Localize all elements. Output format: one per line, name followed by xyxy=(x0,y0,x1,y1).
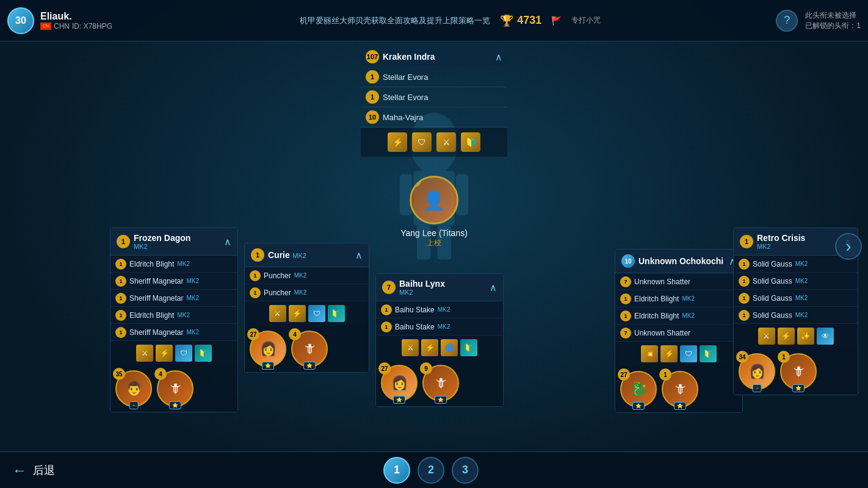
baihu-icon-1: ⚔ xyxy=(402,339,419,356)
page-1-btn[interactable]: 1 xyxy=(383,457,410,484)
retro-pilot-1-level: 34 xyxy=(736,351,748,363)
baihu-pilot-1: 27 👩 ⭐ xyxy=(381,365,418,401)
frozen-weapon-4: 1 Eldritch Blight MK2 xyxy=(110,307,237,324)
retro-icon-row: ⚔ ⚡ ✨ 👁 xyxy=(734,324,858,348)
retro-weapon-4-mk: MK2 xyxy=(795,312,808,318)
unknown-weapon-1-name: Unknown Shatter xyxy=(634,278,690,286)
curie-pilot-2-level: 4 xyxy=(289,328,301,340)
rank-star-curie-2: ⭐ xyxy=(306,363,313,368)
retro-weapon-3-level: 1 xyxy=(739,293,750,304)
baihu-icon-row: ⚔ ⚡ 🌀 🔰 xyxy=(376,336,503,360)
trophy-section: 🏆 4731 xyxy=(500,14,541,27)
baihu-name: Baihu Lynx xyxy=(399,279,445,289)
back-arrow-icon: ← xyxy=(12,462,27,479)
baihu-pilot-2: 9 🗡 ⭐ xyxy=(422,365,459,401)
unknown-weapon-2-name: Eldritch Blight xyxy=(634,295,679,303)
unknown-icon-4: 🔰 xyxy=(700,345,717,362)
mech-item-3: 10 Maha-Vajra xyxy=(361,107,507,127)
squad-icon-1: ⚡ xyxy=(388,132,407,152)
baihu-name-section: 7 Baihu Lynx MK2 xyxy=(382,279,445,296)
baihu-header: 7 Baihu Lynx MK2 ∧ xyxy=(376,274,503,301)
frozen-weapon-2-mk: MK2 xyxy=(187,278,200,284)
subtitle-left: 专打小咒 xyxy=(571,15,601,26)
top-squad-collapse[interactable]: ∧ xyxy=(495,51,502,63)
next-page-btn[interactable]: › xyxy=(835,233,862,260)
mech-level-2: 1 xyxy=(366,90,379,104)
baihu-pilot-1-rank: ⭐ xyxy=(393,396,405,404)
frozen-icon-2: ⚡ xyxy=(156,345,173,362)
baihu-pilots: 27 👩 ⭐ 9 🗡 ⭐ xyxy=(376,360,503,406)
retro-weapon-4-level: 1 xyxy=(739,310,750,321)
unknown-weapon-3-mk: MK2 xyxy=(682,312,695,319)
retro-name-section: 1 Retro Crisis MK2 xyxy=(740,233,805,250)
frozen-weapon-5-name: Sheriff Magnetar xyxy=(129,328,184,337)
retro-pilot-1-rank: + xyxy=(753,384,762,392)
svg-rect-1 xyxy=(413,171,454,226)
frozen-pilot-1: 35 👨 + xyxy=(115,370,152,407)
trophy-icon: 🏆 xyxy=(500,14,513,27)
frozen-weapon-4-name: Eldritch Blight xyxy=(129,311,174,320)
frozen-weapon-3-name: Sheriff Magnetar xyxy=(129,294,184,303)
frozen-pilot-1-rank: + xyxy=(129,401,139,409)
baihu-weapon-1: 1 Baihu Stake MK2 xyxy=(376,301,503,318)
unknown-weapon-2-level: 1 xyxy=(620,293,631,304)
frozen-dagon-panel: 1 Frozen Dagon MK2 ∧ 1 Eldritch Blight M… xyxy=(110,228,238,412)
squad-icon-4: 🔰 xyxy=(461,132,480,152)
unknown-weapon-4: 7 Unknown Shatter xyxy=(615,325,742,342)
frozen-dagon-level: 1 xyxy=(117,235,130,248)
mech-name-3: Maha-Vajra xyxy=(383,113,423,122)
frozen-weapon-2-level: 1 xyxy=(115,276,126,287)
baihu-weapon-1-name: Baihu Stake xyxy=(395,306,435,314)
frozen-dagon-name-info: Frozen Dagon MK2 xyxy=(134,233,190,250)
curie-icon-3: 🛡 xyxy=(308,305,325,322)
curie-weapon-2: 1 Puncher MK2 xyxy=(245,284,369,301)
baihu-collapse[interactable]: ∧ xyxy=(490,282,497,293)
curie-name-info: Curie MK2 xyxy=(268,249,306,260)
frozen-weapon-4-mk: MK2 xyxy=(177,312,190,318)
unknown-pilots: 27 🐉 ⭐ 1 🗡 ⭐ xyxy=(615,366,742,412)
retro-icon-3: ✨ xyxy=(797,328,814,345)
retro-weapon-2: 1 Solid Gauss MK2 xyxy=(734,273,858,290)
back-button[interactable]: ← 后退 xyxy=(12,462,55,479)
unknown-weapon-3: 1 Eldritch Blight MK2 xyxy=(615,307,742,325)
curie-type-mk: MK2 xyxy=(292,252,306,259)
page-3-btn[interactable]: 3 xyxy=(452,457,479,484)
help-icon[interactable]: ? xyxy=(776,10,798,32)
player-name: Eliauk. xyxy=(40,11,112,22)
curie-pilot-1: 27 👩 ⭐ xyxy=(250,331,286,367)
retro-weapon-4-name: Solid Gauss xyxy=(753,311,792,320)
top-squad-icons: ⚡ 🛡 ⚔ 🔰 xyxy=(361,127,507,157)
top-squad-name-section: 107 Kraken Indra xyxy=(366,50,435,63)
unknown-name: Unknown Ochokochi xyxy=(638,256,723,266)
retro-icon-4: 👁 xyxy=(817,328,834,345)
baihu-weapon-2-name: Baihu Stake xyxy=(395,323,435,331)
frozen-dagon-collapse[interactable]: ∧ xyxy=(224,236,231,248)
retro-pilot-2-level: 1 xyxy=(778,351,790,363)
unknown-name-section: 10 Unknown Ochokochi xyxy=(621,254,723,268)
retro-icon-1: ⚔ xyxy=(758,328,775,345)
baihu-icon-3: 🌀 xyxy=(441,339,458,356)
next-arrow[interactable]: › xyxy=(835,233,862,260)
baihu-pilot-2-level: 9 xyxy=(420,362,432,375)
baihu-panel: 7 Baihu Lynx MK2 ∧ 1 Baihu Stake MK2 1 B… xyxy=(375,273,504,407)
page-2-btn[interactable]: 2 xyxy=(418,457,444,484)
frozen-icon-row: ⚔ ⚡ 🛡 🔰 xyxy=(110,341,237,365)
baihu-weapon-2-mk: MK2 xyxy=(438,323,450,330)
retro-weapon-2-mk: MK2 xyxy=(795,278,808,284)
curie-level: 1 xyxy=(251,248,264,262)
curie-weapon-2-mk: MK2 xyxy=(294,289,307,296)
unknown-weapon-1: 7 Unknown Shatter xyxy=(615,273,742,290)
mech-name-2: Stellar Evora xyxy=(383,93,428,102)
unknown-icon-1: 💥 xyxy=(641,345,658,362)
curie-weapon-2-name: Puncher xyxy=(264,289,291,297)
retro-pilots: 34 👩 + 1 🗡 ⭐ xyxy=(734,348,858,395)
squad-icon-2: 🛡 xyxy=(412,132,432,152)
frozen-weapon-5-mk: MK2 xyxy=(187,329,200,336)
mech-item-1: 1 Stellar Evora xyxy=(361,67,507,87)
curie-icon-2: ⚡ xyxy=(289,305,306,322)
unknown-panel: 10 Unknown Ochokochi ∧ 7 Unknown Shatter… xyxy=(615,249,743,413)
frozen-dagon-header: 1 Frozen Dagon MK2 ∧ xyxy=(110,228,237,256)
header-center: 机甲爱丽丝大师贝壳获取全面攻略及提升上限策略一览 🏆 4731 🚩 专打小咒 xyxy=(125,14,776,27)
svg-rect-5 xyxy=(438,226,451,260)
frozen-icon-4: 🔰 xyxy=(195,345,212,362)
